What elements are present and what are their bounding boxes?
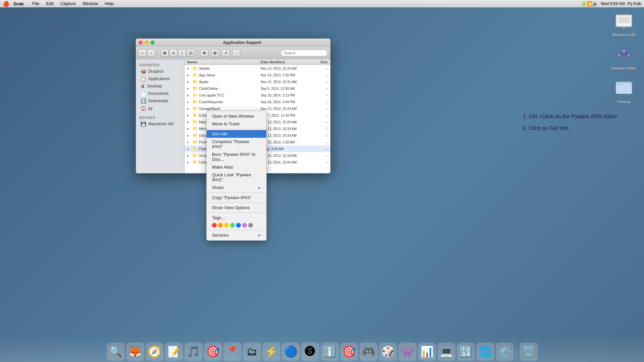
folder-icon: 📁 bbox=[193, 86, 198, 91]
dock-app12[interactable]: 🌐 bbox=[476, 343, 494, 361]
context-burn[interactable]: Burn "Pyware iPAS" to Disc... bbox=[207, 150, 266, 163]
folder-icon: 📁 bbox=[193, 146, 198, 151]
name-column-header[interactable]: Name bbox=[187, 60, 261, 64]
dock-activity-monitor[interactable]: 📊 bbox=[418, 343, 436, 361]
icon-view-button[interactable]: ⊞ bbox=[161, 49, 169, 57]
dock-app6[interactable]: ℹ️ bbox=[321, 343, 339, 361]
file-date: Aug 25, 2013, 12:18 AM bbox=[261, 154, 311, 158]
list-view-button[interactable]: ≡ bbox=[169, 49, 177, 57]
dock-app5[interactable]: 🅢 bbox=[301, 343, 319, 361]
file-size: -- bbox=[311, 94, 328, 97]
tag-blue[interactable] bbox=[236, 223, 241, 228]
sidebar-item-dropbox[interactable]: 📦 Dropbox bbox=[137, 68, 183, 75]
context-share[interactable]: Share ▶ bbox=[207, 184, 266, 191]
context-make-alias[interactable]: Make Alias bbox=[207, 163, 266, 171]
py-label: py bbox=[148, 106, 153, 111]
file-row[interactable]: ▶ 📁 CitrixOnline Sep 5, 2014, 12:50 AM -… bbox=[184, 85, 330, 92]
dock-app3[interactable]: 🗂 bbox=[243, 343, 261, 361]
maximize-button[interactable] bbox=[151, 41, 155, 45]
cover-flow-button[interactable]: ⊡ bbox=[187, 49, 195, 57]
desktop: 🍎 Grab File Edit Capture Window Help 🔋📶🔊… bbox=[0, 0, 644, 362]
sidebar-item-desktop[interactable]: 🖥 Desktop bbox=[137, 82, 183, 90]
arrange-button[interactable]: ⊞ bbox=[211, 49, 219, 57]
tag-green[interactable] bbox=[230, 223, 235, 228]
context-get-info[interactable]: Get Info bbox=[207, 130, 266, 138]
dock-app11[interactable]: 🔢 bbox=[457, 343, 475, 361]
sidebar-item-downloads[interactable]: ⬇️ Downloads bbox=[137, 97, 183, 105]
dock-app9[interactable]: 🎲 bbox=[379, 343, 397, 361]
sidebar-item-macintosh-hd[interactable]: 💾 Macintosh HD bbox=[137, 120, 183, 128]
sidebar-item-documents[interactable]: 📄 Documents bbox=[137, 90, 183, 97]
network-icon bbox=[613, 44, 635, 65]
dock-firefox[interactable]: 🦊 bbox=[126, 343, 144, 361]
menu-capture[interactable]: Capture bbox=[57, 0, 79, 7]
file-list-header: Name Date Modified Size bbox=[184, 59, 330, 65]
menubar: 🍎 Grab File Edit Capture Window Help 🔋📶🔊… bbox=[0, 0, 644, 7]
back-button[interactable]: ‹ bbox=[139, 49, 147, 57]
dock-app2[interactable]: 📍 bbox=[223, 343, 241, 361]
apple-menu[interactable]: 🍎 bbox=[3, 1, 9, 7]
search-input[interactable] bbox=[281, 50, 328, 56]
username: Py Kolb bbox=[628, 1, 641, 6]
dock-app7[interactable]: 🎯 bbox=[340, 343, 358, 361]
dock-itunes[interactable]: 🎵 bbox=[184, 343, 203, 361]
file-name: com.apple.TCC bbox=[199, 93, 224, 97]
sidebar-item-py[interactable]: 🏠 py bbox=[137, 105, 183, 112]
tag-yellow[interactable] bbox=[224, 223, 229, 228]
context-compress[interactable]: Compress "Pyware iPAS" bbox=[207, 138, 266, 150]
context-show-view-options[interactable]: Show View Options bbox=[207, 204, 266, 212]
sidebar-item-applications[interactable]: 📋 Applications bbox=[137, 75, 183, 82]
file-row[interactable]: ▶ 📁 CrashReporter Sep 18, 2014, 2:44 PM … bbox=[184, 99, 330, 105]
tag-purple[interactable] bbox=[242, 223, 247, 228]
file-row[interactable]: ▶ 📁 App Store Nov 13, 2013, 2:50 PM -- bbox=[184, 72, 330, 78]
date-column-header[interactable]: Date Modified bbox=[261, 60, 311, 64]
context-copy[interactable]: Copy "Pyware iPAS" bbox=[207, 194, 266, 201]
menu-file[interactable]: File bbox=[29, 0, 43, 7]
context-services[interactable]: Services ▶ bbox=[207, 231, 266, 239]
svg-point-3 bbox=[623, 26, 625, 28]
action-button[interactable]: ⚙ bbox=[200, 49, 208, 57]
folder-icon: 📁 bbox=[193, 133, 198, 138]
dock-preferences[interactable]: ⚙️ bbox=[496, 343, 514, 361]
tag-gray[interactable] bbox=[248, 223, 253, 228]
dock-safari[interactable]: 🧭 bbox=[146, 343, 164, 361]
downloads-label: Downloads bbox=[148, 99, 168, 103]
network-label: Network Public bbox=[611, 66, 636, 70]
dock-app1[interactable]: 🎯 bbox=[204, 343, 222, 361]
dock-separator bbox=[517, 347, 517, 361]
dock-stickies[interactable]: 📝 bbox=[165, 343, 183, 361]
context-quick-look[interactable]: Quick Look "Pyware iPAS" bbox=[207, 171, 266, 184]
share-button[interactable]: ↗ bbox=[222, 49, 230, 57]
svg-rect-11 bbox=[616, 83, 623, 85]
dock-app8[interactable]: 🎮 bbox=[360, 343, 378, 361]
file-name-cell: ▶ 📁 App Store bbox=[187, 73, 261, 77]
minimize-button[interactable] bbox=[145, 41, 149, 45]
menu-window[interactable]: Window bbox=[79, 0, 101, 7]
file-row[interactable]: ▶ 📁 com.apple.TCC Sep 18, 2014, 3:13 PM … bbox=[184, 92, 330, 99]
size-column-header[interactable]: Size bbox=[311, 60, 328, 64]
desktop-icon-desktop[interactable]: Desktop bbox=[610, 77, 637, 104]
menu-help[interactable]: Help bbox=[101, 0, 117, 7]
dock-finder[interactable]: 🔍 bbox=[107, 343, 125, 361]
dock-app10[interactable]: 👾 bbox=[398, 343, 417, 361]
file-row[interactable]: ▶ 📁 Adobe Nov 13, 2013, 10:29 AM -- bbox=[184, 65, 330, 72]
tag-red[interactable] bbox=[212, 223, 217, 228]
dock-trash[interactable]: 🗑️ bbox=[520, 343, 538, 361]
context-tags[interactable]: Tags... bbox=[207, 214, 266, 222]
file-row[interactable]: ▶ 📁 Apple Nov 13, 2013, 10:31 AM -- bbox=[184, 78, 330, 85]
dock-skype[interactable]: 🔵 bbox=[282, 343, 300, 361]
menu-edit[interactable]: Edit bbox=[43, 0, 57, 7]
close-button[interactable] bbox=[139, 41, 143, 45]
context-move-to-trash[interactable]: Move to Trash bbox=[207, 120, 266, 128]
downloads-icon: ⬇️ bbox=[141, 98, 146, 104]
desktop-icon-macintosh-hd[interactable]: Macintosh HD bbox=[610, 10, 637, 37]
column-view-button[interactable]: ⫶ bbox=[178, 49, 186, 57]
desktop-icon-network[interactable]: Network Public bbox=[610, 44, 637, 70]
path-button[interactable]: ⬜ bbox=[232, 49, 240, 57]
dock-app4[interactable]: ⚡ bbox=[262, 343, 280, 361]
dock-terminal[interactable]: 💻 bbox=[437, 343, 455, 361]
tag-orange[interactable] bbox=[218, 223, 223, 228]
forward-button[interactable]: › bbox=[147, 49, 155, 57]
share-arrow-icon: ▶ bbox=[258, 186, 261, 189]
context-open-new-window[interactable]: Open in New Window bbox=[207, 112, 266, 120]
